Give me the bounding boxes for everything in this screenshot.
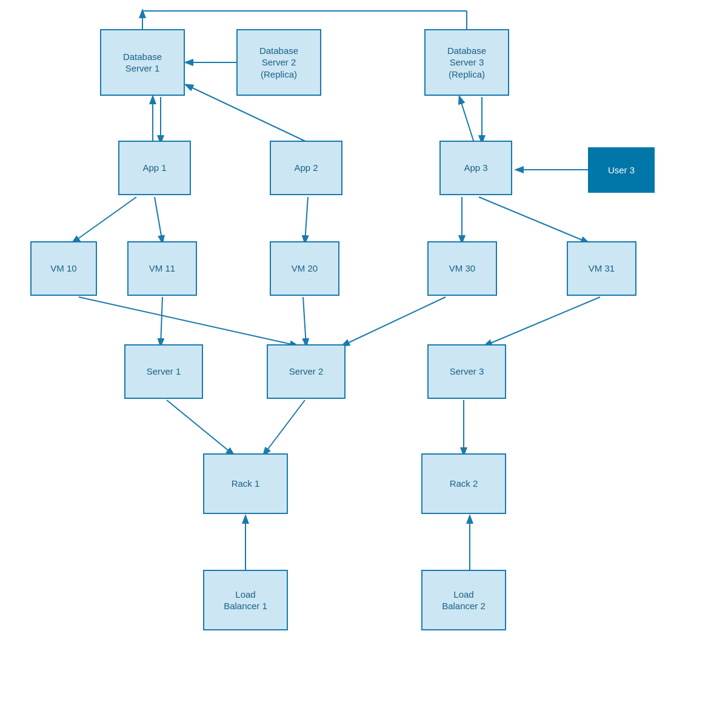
svg-line-19 [485, 297, 600, 346]
svg-line-15 [79, 297, 297, 346]
node-app1: App 1 [118, 141, 191, 195]
node-app3: App 3 [439, 141, 512, 195]
svg-line-7 [459, 97, 474, 142]
node-vm20: VM 20 [270, 241, 339, 296]
node-lb1: LoadBalancer 1 [203, 570, 288, 630]
node-vm31: VM 31 [567, 241, 636, 296]
node-vm11: VM 11 [127, 241, 197, 296]
node-user3: User 3 [588, 147, 655, 193]
svg-line-17 [303, 297, 306, 346]
svg-line-14 [479, 197, 588, 242]
node-rack1: Rack 1 [203, 453, 288, 514]
svg-line-20 [167, 400, 233, 455]
node-db1: DatabaseServer 1 [100, 29, 185, 96]
svg-line-18 [342, 297, 446, 346]
svg-line-10 [73, 197, 136, 242]
node-lb2: LoadBalancer 2 [421, 570, 506, 630]
svg-line-12 [305, 197, 308, 242]
node-vm30: VM 30 [427, 241, 497, 296]
node-srv2: Server 2 [267, 344, 346, 399]
diagram: DatabaseServer 1 DatabaseServer 2(Replic… [0, 0, 728, 728]
arrows-svg [0, 0, 728, 728]
svg-line-11 [155, 197, 162, 242]
svg-line-21 [264, 400, 305, 455]
node-app2: App 2 [270, 141, 342, 195]
svg-line-16 [161, 297, 162, 346]
node-vm10: VM 10 [30, 241, 97, 296]
node-rack2: Rack 2 [421, 453, 506, 514]
node-srv1: Server 1 [124, 344, 203, 399]
node-db3: DatabaseServer 3(Replica) [424, 29, 509, 96]
node-srv3: Server 3 [427, 344, 506, 399]
node-db2: DatabaseServer 2(Replica) [236, 29, 321, 96]
